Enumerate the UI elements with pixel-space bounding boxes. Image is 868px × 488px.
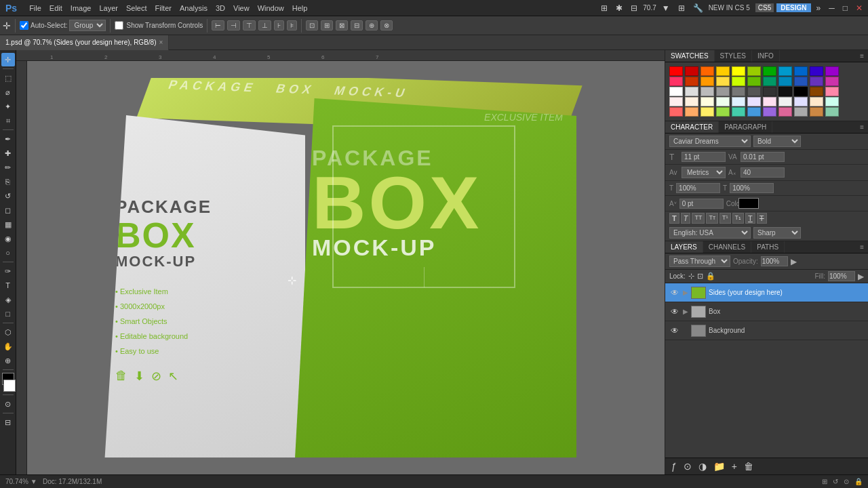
auto-select-dropdown[interactable]: Group [69, 20, 106, 31]
new-layer-btn[interactable]: + [730, 461, 739, 472]
menu-window[interactable]: Window [254, 0, 288, 16]
brush-icon[interactable]: ✱ [613, 3, 625, 13]
type-tool[interactable]: T [1, 279, 15, 292]
baseline-input[interactable] [679, 199, 724, 209]
swatch-17[interactable] [763, 77, 776, 86]
swatch-25[interactable] [716, 87, 730, 96]
quick-mask-tool[interactable]: ⊙ [1, 397, 15, 411]
swatch-54[interactable] [825, 107, 839, 117]
layer-vis-2[interactable]: 👁 [669, 325, 680, 336]
expand-icon[interactable]: » [814, 3, 824, 13]
status-icon-2[interactable]: ↺ [833, 478, 838, 485]
align-center-v-btn[interactable]: ⊦ [274, 20, 284, 30]
swatch-47[interactable] [716, 107, 730, 117]
blur-tool[interactable]: ◉ [1, 232, 15, 245]
fill-arrow[interactable]: ▶ [858, 272, 864, 281]
font-style-select[interactable]: Bold [753, 136, 801, 147]
fill-input[interactable] [828, 271, 855, 281]
dodge-tool[interactable]: ○ [1, 246, 15, 260]
lock-position-icon[interactable]: ⊹ [688, 272, 694, 281]
clone-tool[interactable]: ⎘ [1, 175, 15, 188]
align-top-btn[interactable]: ⊥ [258, 20, 271, 30]
swatch-41[interactable] [794, 97, 808, 106]
align-center-h-btn[interactable]: ⊣ [227, 20, 240, 30]
caps-btn[interactable]: TT [692, 213, 705, 224]
swatch-20[interactable] [810, 77, 823, 86]
lasso-tool[interactable]: ⌀ [1, 85, 15, 99]
font-family-select[interactable]: Caviar Dreams [669, 136, 751, 147]
swatch-37[interactable] [732, 97, 745, 106]
mode-icon[interactable]: ⊞ [598, 3, 610, 13]
italic-btn[interactable]: T [681, 213, 691, 224]
swatch-6[interactable] [763, 66, 776, 76]
swatch-33[interactable] [669, 97, 683, 106]
zoom-icon[interactable]: ▼ [659, 3, 673, 13]
show-transform-checkbox[interactable] [115, 21, 123, 30]
swatch-22[interactable] [669, 87, 683, 96]
swatch-30[interactable] [794, 87, 808, 96]
brush-tool[interactable]: ✏ [1, 161, 15, 174]
history-tool[interactable]: ↺ [1, 189, 15, 203]
swatch-51[interactable] [778, 107, 792, 117]
tools-icon[interactable]: 🔧 [690, 3, 706, 13]
path-select-tool[interactable]: ◈ [1, 293, 15, 306]
zoom-tool[interactable]: ⊕ [1, 354, 15, 367]
align-right-btn[interactable]: ⊤ [243, 20, 256, 30]
color-swatch[interactable] [738, 198, 759, 209]
gradient-tool[interactable]: ▦ [1, 218, 15, 231]
layer-item-2[interactable]: 👁 ▶ Background [665, 321, 868, 340]
adjustment-btn[interactable]: ◑ [696, 461, 709, 472]
swatch-40[interactable] [778, 97, 792, 106]
language-select[interactable]: English: USA [669, 227, 751, 239]
swatch-48[interactable] [732, 107, 745, 117]
healing-tool[interactable]: ✚ [1, 146, 15, 160]
background-color[interactable] [3, 380, 16, 392]
layer-vis-1[interactable]: 👁 [669, 306, 680, 317]
menu-select[interactable]: Select [122, 0, 151, 16]
menu-3d[interactable]: 3D [212, 0, 229, 16]
swatch-43[interactable] [825, 97, 839, 106]
swatch-8[interactable] [794, 66, 808, 76]
shape-tool[interactable]: □ [1, 307, 15, 321]
distribute-center-h-btn[interactable]: ⊞ [321, 20, 333, 30]
distribute-center-v-btn[interactable]: ⊕ [366, 20, 378, 30]
layer-vis-0[interactable]: 👁 [669, 287, 680, 298]
canvas-content[interactable]: PACKAGE BOX MOCK-U PACKAGE BOX MOCK-UP •… [27, 61, 665, 474]
close-icon[interactable]: ✕ [853, 3, 865, 13]
underline-btn[interactable]: T [745, 213, 755, 224]
align-left-btn[interactable]: ⊢ [212, 20, 224, 30]
layer-fx-btn[interactable]: ƒ [669, 461, 679, 472]
layer-item-1[interactable]: 👁 ▶ Box [665, 302, 868, 321]
swatch-11[interactable] [669, 77, 683, 86]
status-icon-4[interactable]: 🔒 [854, 478, 863, 485]
swatch-13[interactable] [701, 77, 714, 86]
layer-arrow-0[interactable]: ▶ [683, 289, 688, 296]
sub-btn[interactable]: T₁ [732, 213, 745, 224]
restore-icon[interactable]: □ [840, 3, 850, 13]
swatch-3[interactable] [716, 66, 730, 76]
font-size-input[interactable] [682, 152, 726, 162]
swatch-35[interactable] [701, 97, 714, 106]
swatch-7[interactable] [778, 66, 792, 76]
swatch-27[interactable] [747, 87, 761, 96]
scale-h-input[interactable] [676, 183, 720, 193]
menu-layer[interactable]: Layer [95, 0, 122, 16]
menu-file[interactable]: File [25, 0, 45, 16]
menu-filter[interactable]: Filter [151, 0, 176, 16]
kerning-input[interactable] [741, 167, 785, 178]
arrange-icon[interactable]: ⊟ [628, 3, 640, 13]
swatch-38[interactable] [747, 97, 761, 106]
swatch-32[interactable] [825, 87, 839, 96]
opacity-input[interactable] [761, 256, 788, 266]
swatch-45[interactable] [685, 107, 698, 117]
delete-layer-btn[interactable]: 🗑 [742, 461, 755, 472]
tracking-input[interactable] [741, 152, 785, 162]
swatch-44[interactable] [669, 107, 683, 117]
lock-all-icon[interactable]: 🔒 [706, 272, 715, 281]
strikethrough-btn[interactable]: T [757, 213, 767, 224]
group-btn[interactable]: 📁 [711, 461, 727, 472]
pen-tool[interactable]: ✑ [1, 264, 15, 278]
antialias-select[interactable]: Sharp [753, 227, 801, 239]
leading-method-select[interactable]: Metrics [682, 167, 726, 178]
lock-pixel-icon[interactable]: ⊡ [697, 272, 703, 281]
